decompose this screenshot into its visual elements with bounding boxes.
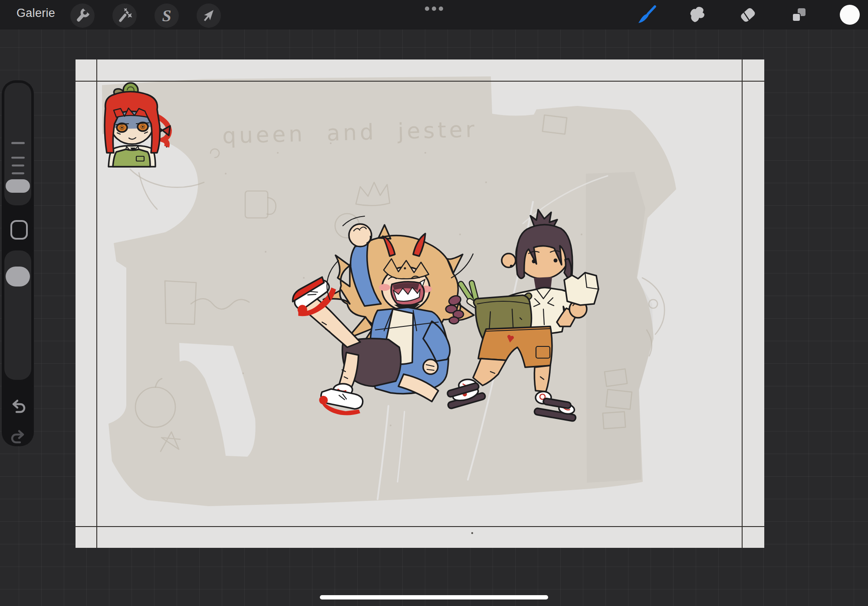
actions-button[interactable] (70, 3, 95, 28)
eraser-icon (740, 7, 756, 23)
smudge-finger-icon (690, 7, 705, 22)
drawing-canvas[interactable]: queen and jester (76, 59, 764, 548)
stray-dot (471, 532, 473, 534)
selection-s-icon: S (162, 7, 171, 25)
active-color-icon (840, 5, 860, 25)
app-screen: Galerie S (0, 0, 868, 606)
brush-tool-button[interactable] (638, 7, 655, 23)
paint-brush-icon (638, 7, 655, 23)
selection-button[interactable]: S (155, 3, 179, 28)
layers-button[interactable] (792, 8, 806, 21)
layers-icon (792, 8, 806, 21)
eraser-tool-button[interactable] (740, 7, 756, 23)
color-swatch-button[interactable] (840, 5, 860, 25)
smudge-tool-button[interactable] (690, 7, 705, 22)
transform-button[interactable] (197, 3, 221, 28)
more-options-button[interactable] (425, 7, 443, 11)
home-indicator[interactable] (320, 595, 548, 599)
brush-size-handle[interactable] (6, 179, 30, 193)
opacity-handle[interactable] (6, 267, 30, 287)
adjustments-button[interactable] (112, 3, 137, 28)
